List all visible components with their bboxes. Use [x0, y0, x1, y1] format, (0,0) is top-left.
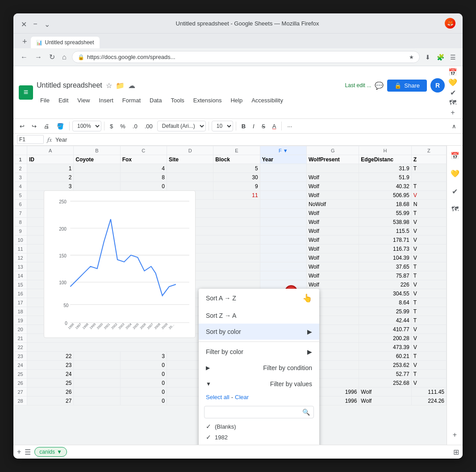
cell-f2[interactable] — [260, 164, 306, 173]
collapse-button[interactable]: ∧ — [449, 121, 459, 131]
menu-view[interactable]: View — [74, 95, 93, 105]
keep-sidebar-icon[interactable]: 💛 — [449, 167, 461, 180]
keep-icon[interactable]: 💛 — [448, 78, 457, 87]
currency-button[interactable]: $ — [107, 121, 116, 131]
share-button[interactable]: 🔒 Share — [387, 80, 427, 92]
font-size-select[interactable]: 10 — [212, 121, 233, 131]
address-bar[interactable]: 🔒 https://docs.google.com/spreads... ★ — [72, 51, 420, 63]
redo-button[interactable]: ↪ — [29, 121, 39, 131]
menu-insert[interactable]: Insert — [95, 95, 117, 105]
col-header-c[interactable]: C — [120, 146, 167, 155]
italic-button[interactable]: I — [250, 121, 257, 131]
cell-reference[interactable]: F1 — [17, 135, 44, 144]
sheet-list-icon[interactable]: ☰ — [25, 448, 31, 456]
cell-a1[interactable]: ID — [27, 155, 74, 164]
add-icon[interactable]: + — [451, 109, 455, 117]
col-header-e[interactable]: E — [213, 146, 260, 155]
filter-by-color-menu-item[interactable]: Filter by color ▶ — [199, 344, 319, 360]
menu-help[interactable]: Help — [227, 95, 246, 105]
cell-h1[interactable]: EdgeDistanc — [359, 155, 411, 164]
sort-za-menu-item[interactable]: Sort Z → A — [199, 308, 319, 324]
cell-e2[interactable]: 5 — [213, 164, 260, 173]
select-all-link[interactable]: Select all — [206, 394, 230, 400]
cell-c1[interactable]: Fox — [120, 155, 167, 164]
formula-input[interactable]: Year — [55, 136, 459, 143]
clear-link[interactable]: Clear — [235, 394, 249, 400]
col-header-f[interactable]: F ▼ — [260, 146, 306, 155]
increase-decimal-button[interactable]: .00 — [142, 121, 155, 131]
maps-icon[interactable]: 🗺 — [449, 99, 456, 107]
bold-button[interactable]: B — [239, 121, 248, 131]
minimize-button[interactable]: − — [32, 20, 38, 26]
avatar[interactable]: R — [430, 78, 445, 93]
home-button[interactable]: ⌂ — [60, 51, 68, 63]
col-header-b[interactable]: B — [74, 146, 120, 155]
menu-extensions[interactable]: Extensions — [190, 95, 225, 105]
add-sheet-icon[interactable]: + — [17, 448, 21, 456]
cell-f1[interactable]: Year — [260, 155, 306, 164]
browser-tab[interactable]: 📊 Untitled spreadsheet — [31, 37, 100, 48]
decrease-decimal-button[interactable]: .0 — [130, 121, 140, 131]
last-edit[interactable]: Last edit ... — [345, 82, 372, 88]
maximize-button[interactable]: ⌄ — [44, 20, 50, 26]
print-button[interactable]: 🖨 — [41, 121, 52, 131]
cell-g2[interactable] — [306, 164, 359, 173]
cell-h2[interactable]: 31.9 — [359, 164, 411, 173]
sort-by-color-menu-item[interactable]: Sort by color ▶ — [199, 324, 319, 340]
star-icon[interactable]: ☆ — [106, 81, 112, 90]
filter-search-input[interactable] — [208, 409, 302, 416]
calendar-sidebar-icon[interactable]: 📅 — [449, 149, 461, 162]
filter-by-values-menu-item[interactable]: ▼ Filter by values — [199, 376, 319, 392]
col-header-h[interactable]: H — [359, 146, 411, 155]
col-header-g[interactable]: G — [306, 146, 359, 155]
paint-format-button[interactable]: 🪣 — [54, 121, 67, 131]
cell-d2[interactable] — [167, 164, 213, 173]
format-select[interactable]: Default (Ari...) — [157, 121, 206, 131]
undo-button[interactable]: ↩ — [17, 121, 27, 131]
cell-z2[interactable]: T — [411, 164, 446, 173]
extensions-icon[interactable]: 🧩 — [436, 53, 445, 62]
col-header-z[interactable]: Z — [411, 146, 446, 155]
drive-icon[interactable]: 📁 — [116, 81, 125, 90]
menu-edit[interactable]: Edit — [55, 95, 72, 105]
more-options-button[interactable]: ··· — [284, 121, 295, 131]
close-button[interactable]: ✕ — [21, 20, 27, 26]
forward-button[interactable]: → — [33, 51, 44, 63]
cell-z1[interactable]: Z — [411, 155, 446, 164]
add-sidebar-icon[interactable]: + — [449, 429, 461, 441]
menu-format[interactable]: Format — [119, 95, 144, 105]
checkbox-blanks[interactable]: ✓ (Blanks) — [206, 422, 312, 431]
sheet-tab-dropdown-icon[interactable]: ▼ — [57, 449, 62, 455]
menu-file[interactable]: File — [37, 95, 53, 105]
col-header-a[interactable]: A — [27, 146, 74, 155]
explore-icon[interactable]: ⊞ — [453, 448, 459, 456]
cloud-icon[interactable]: ☁ — [128, 81, 135, 90]
cell-d1[interactable]: Site — [167, 155, 213, 164]
maps-sidebar-icon[interactable]: 🗺 — [449, 203, 461, 215]
checkbox-1982[interactable]: ✓ 1982 — [206, 433, 312, 442]
menu-data[interactable]: Data — [146, 95, 165, 105]
checkbox-1983[interactable]: ✓ 1983 — [206, 443, 312, 445]
tasks-icon[interactable]: ✔ — [450, 88, 456, 97]
text-color-button[interactable]: A — [270, 121, 279, 131]
filter-by-condition-menu-item[interactable]: ▶ Filter by condition — [199, 360, 319, 376]
menu-accessibility[interactable]: Accessibility — [248, 95, 287, 105]
new-tab-button[interactable]: + — [21, 35, 29, 48]
cell-c2[interactable]: 4 — [120, 164, 167, 173]
cell-b2[interactable] — [74, 164, 120, 173]
menu-icon[interactable]: ☰ — [448, 53, 457, 62]
calendar-icon[interactable]: 📅 — [448, 68, 457, 76]
refresh-button[interactable]: ↻ — [47, 51, 57, 63]
col-header-d[interactable]: D — [167, 146, 213, 155]
sort-az-menu-item[interactable]: Sort A → Z 👆 — [199, 289, 319, 308]
strikethrough-button[interactable]: S̶ — [259, 121, 268, 131]
cell-e1[interactable]: Block — [213, 155, 260, 164]
cell-g1[interactable]: WolfPresent — [306, 155, 359, 164]
sheet-tab[interactable]: canids ▼ — [34, 447, 67, 457]
comments-icon[interactable]: 💬 — [375, 81, 384, 90]
cell-b1[interactable]: Coyote — [74, 155, 120, 164]
zoom-select[interactable]: 100% — [72, 121, 101, 131]
back-button[interactable]: ← — [19, 51, 29, 63]
tasks-sidebar-icon[interactable]: ✔ — [449, 185, 461, 198]
menu-tools[interactable]: Tools — [167, 95, 188, 105]
